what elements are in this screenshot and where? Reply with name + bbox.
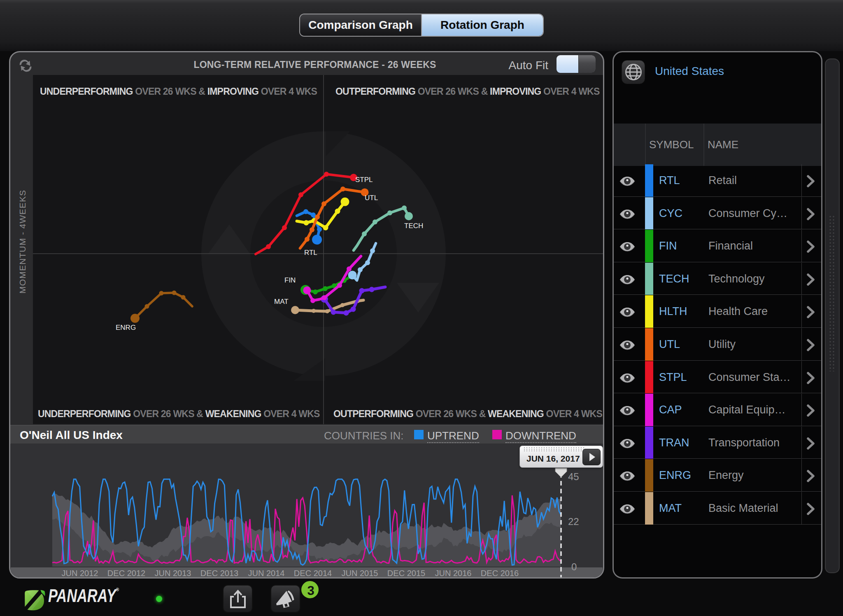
- svg-text:JUN 2014: JUN 2014: [248, 569, 285, 578]
- svg-text:FIN: FIN: [284, 276, 296, 284]
- svg-text:STPL: STPL: [355, 176, 373, 184]
- svg-text:JUN 2013: JUN 2013: [155, 569, 191, 578]
- svg-text:DEC 2013: DEC 2013: [200, 569, 238, 578]
- svg-text:JUN 2012: JUN 2012: [62, 569, 98, 578]
- svg-text:DEC 2015: DEC 2015: [387, 569, 425, 578]
- svg-text:JUN 2016: JUN 2016: [435, 569, 472, 578]
- svg-text:MAT: MAT: [274, 298, 289, 306]
- svg-text:22: 22: [568, 516, 579, 527]
- svg-text:UTL: UTL: [365, 194, 378, 202]
- svg-text:DEC 2012: DEC 2012: [107, 569, 145, 578]
- svg-text:JUN 2015: JUN 2015: [342, 569, 378, 578]
- svg-text:DEC 2016: DEC 2016: [481, 569, 519, 578]
- svg-text:45: 45: [568, 471, 579, 482]
- svg-text:TECH: TECH: [404, 222, 423, 230]
- svg-text:DEC 2014: DEC 2014: [294, 569, 332, 578]
- svg-text:RTL: RTL: [304, 249, 317, 257]
- svg-text:0: 0: [571, 561, 577, 572]
- svg-text:ENRG: ENRG: [116, 324, 136, 331]
